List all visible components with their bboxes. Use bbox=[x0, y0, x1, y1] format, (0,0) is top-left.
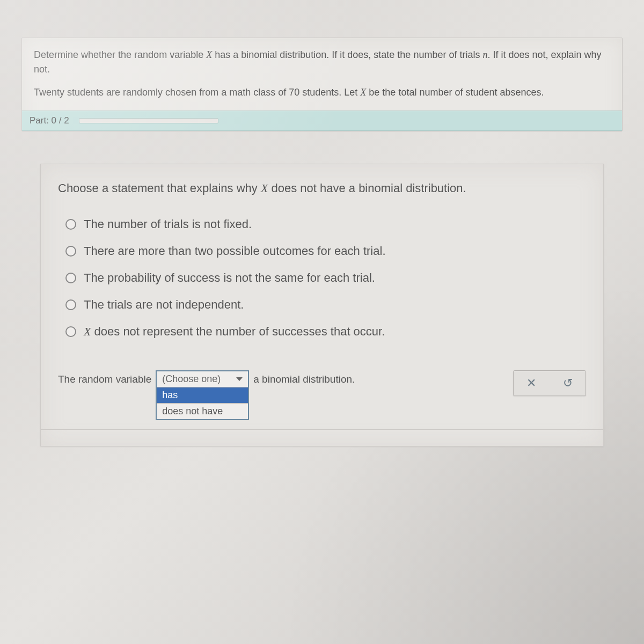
undo-icon[interactable]: ↺ bbox=[563, 376, 573, 390]
option-label: The trials are not independent. bbox=[84, 298, 244, 312]
subq-1: Choose a statement that explains why bbox=[58, 181, 261, 195]
scenario-text: Twenty students are randomly chosen from… bbox=[34, 85, 610, 100]
sub-question: Choose a statement that explains why X d… bbox=[58, 180, 586, 197]
scenario-1: Twenty students are randomly chosen from… bbox=[34, 87, 289, 98]
action-buttons: ✕ ↺ bbox=[513, 370, 586, 396]
variable-x: X bbox=[206, 49, 212, 60]
part-progress-bar: Part: 0 / 2 bbox=[22, 111, 622, 131]
answer-card: Choose a statement that explains why X d… bbox=[40, 164, 604, 447]
subq-var: X bbox=[261, 181, 268, 195]
answer-sentence-row: The random variable (Choose one) has doe… bbox=[58, 370, 586, 420]
subq-2: does not have a binomial distribution. bbox=[268, 181, 466, 195]
radio-icon bbox=[65, 273, 76, 283]
option-label: X does not represent the number of succe… bbox=[84, 325, 385, 339]
option-3[interactable]: The probability of success is not the sa… bbox=[65, 271, 586, 285]
chevron-down-icon bbox=[236, 377, 243, 381]
radio-icon bbox=[65, 326, 76, 337]
dropdown-placeholder: (Choose one) bbox=[162, 374, 221, 385]
scenario-num: 70 bbox=[289, 87, 299, 98]
option-label: There are more than two possible outcome… bbox=[84, 244, 386, 258]
divider bbox=[41, 429, 603, 430]
prompt-text-1: Determine whether the random variable bbox=[34, 49, 206, 60]
option-label: The probability of success is not the sa… bbox=[84, 271, 375, 285]
option-2[interactable]: There are more than two possible outcome… bbox=[65, 244, 586, 258]
progress-track bbox=[79, 118, 218, 123]
scenario-3: be the total number of student absences. bbox=[366, 87, 544, 98]
dropdown-option-has[interactable]: has bbox=[157, 387, 248, 403]
radio-icon bbox=[65, 246, 76, 257]
prompt-text-2: has a binomial distribution. If it does,… bbox=[212, 49, 482, 60]
option-5[interactable]: X does not represent the number of succe… bbox=[65, 325, 586, 339]
part-label: Part: 0 / 2 bbox=[30, 115, 69, 126]
close-icon[interactable]: ✕ bbox=[526, 376, 536, 390]
question-prompt: Determine whether the random variable X … bbox=[34, 48, 610, 77]
option-label: The number of trials is not fixed. bbox=[84, 217, 252, 231]
scenario-2: students. Let bbox=[299, 87, 360, 98]
option-4[interactable]: The trials are not independent. bbox=[65, 298, 586, 312]
lead-text: The random variable bbox=[58, 370, 151, 385]
answer-dropdown[interactable]: (Choose one) has does not have bbox=[156, 370, 249, 420]
dropdown-selected[interactable]: (Choose one) bbox=[157, 371, 248, 387]
radio-icon bbox=[65, 299, 76, 310]
options-group: The number of trials is not fixed. There… bbox=[58, 217, 586, 339]
tail-text: a binomial distribution. bbox=[253, 370, 355, 385]
option-1[interactable]: The number of trials is not fixed. bbox=[65, 217, 586, 231]
radio-icon bbox=[65, 219, 76, 230]
dropdown-option-doesnot[interactable]: does not have bbox=[157, 403, 248, 419]
scenario-var: X bbox=[360, 87, 366, 98]
question-card: Determine whether the random variable X … bbox=[21, 38, 623, 131]
